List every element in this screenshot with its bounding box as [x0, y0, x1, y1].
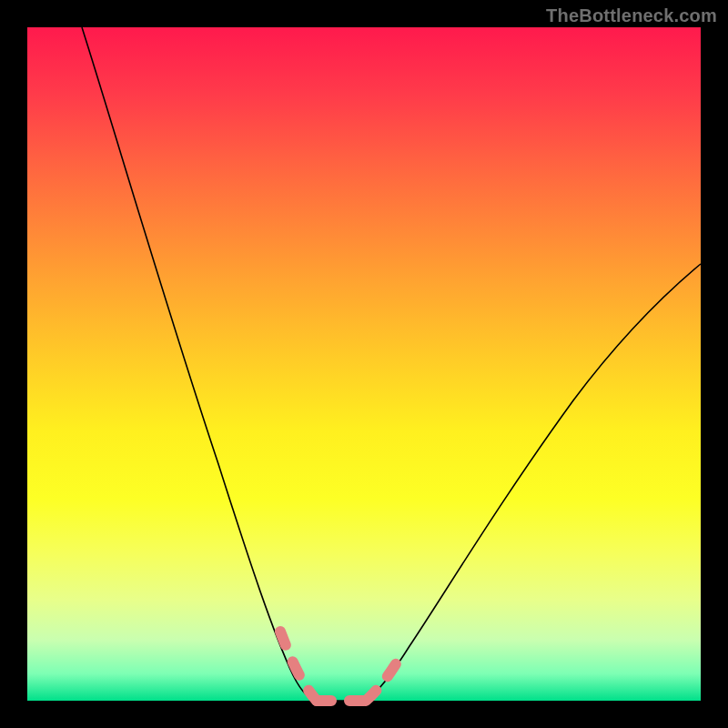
- plot-area: [27, 27, 701, 701]
- highlight-right-dash: [366, 662, 397, 701]
- highlight-left-dash: [280, 632, 317, 701]
- watermark-text: TheBottleneck.com: [546, 5, 717, 26]
- chart-frame: TheBottleneck.com: [0, 0, 728, 728]
- right-curve: [364, 264, 701, 701]
- curve-layer: [27, 27, 701, 701]
- left-curve: [82, 27, 318, 701]
